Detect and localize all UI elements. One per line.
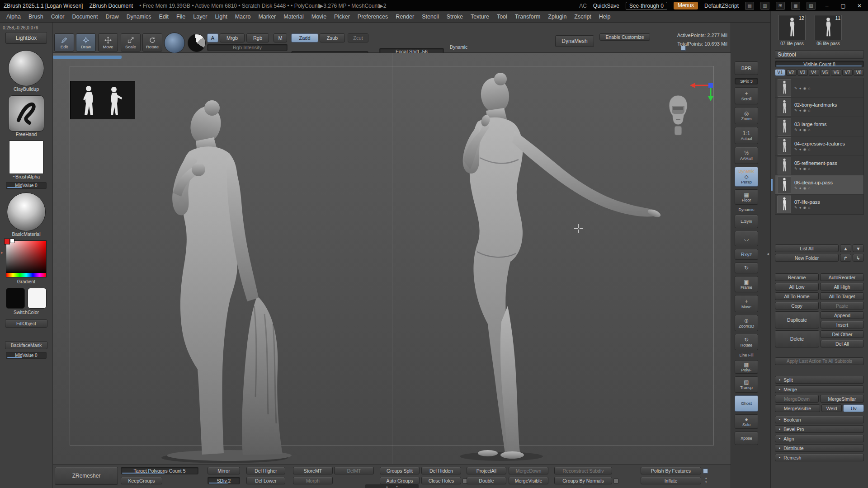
delmt-button[interactable]: DelMT [334, 467, 374, 474]
zoom-button[interactable]: ◎ Zoom [735, 107, 758, 124]
transp-button[interactable]: ▨ Transp [735, 376, 758, 393]
menu-item-picker[interactable]: Picker [334, 14, 350, 20]
menu-item-macro[interactable]: Macro [235, 14, 251, 20]
boolean-section[interactable]: • Boolean [775, 416, 864, 423]
subtool-row-icons[interactable]: ✎●◉⌂ [794, 86, 812, 90]
tray-icon[interactable]: ▦ [791, 2, 800, 10]
enable-customize-button[interactable]: Enable Customize [599, 33, 650, 41]
local-symmetry-button[interactable]: L.Sym [735, 215, 758, 228]
reconstruct-subdiv-button[interactable]: Reconstruct Subdiv [554, 467, 612, 474]
menu-item-preferences[interactable]: Preferences [358, 14, 388, 20]
current-stroke[interactable]: FreeHand [8, 95, 44, 137]
layout-icon[interactable]: ▤ [745, 2, 754, 10]
minimize-button[interactable]: – [822, 3, 832, 9]
menu-item-stencil[interactable]: Stencil [422, 14, 439, 20]
remesh-section[interactable]: • Remesh [775, 454, 864, 461]
split-section[interactable]: • Split [775, 376, 864, 384]
grid-icon[interactable]: ⊞ [776, 2, 785, 10]
mirror-button[interactable]: Mirror [208, 467, 240, 474]
subtool-row[interactable]: 02-bony-landmarks ✎●◉⌂ [775, 98, 863, 117]
view-tab-v6[interactable]: V6 [831, 69, 841, 76]
mergevisible-button[interactable]: MergeVisible [775, 404, 820, 412]
m-button[interactable]: M [274, 33, 287, 42]
zsub-button[interactable]: Zsub [320, 33, 345, 42]
menu-item-transform[interactable]: Transform [515, 14, 541, 20]
rxyz-button[interactable]: Rxyz [735, 249, 758, 260]
edit-mode-button[interactable]: Edit [54, 33, 74, 52]
distribute-section[interactable]: • Distribute [775, 444, 864, 452]
subtool-row[interactable]: 04-expressive-features ✎●◉⌂ [775, 136, 863, 156]
groups-by-normals-button[interactable]: Groups By Normals [554, 477, 612, 484]
mergedown-bottom-button[interactable]: MergeDown [509, 467, 548, 474]
material-preview-sphere[interactable] [188, 34, 206, 52]
recent-tool-2[interactable]: 11 06-life-pass [815, 15, 842, 46]
draw-mode-button[interactable]: Draw [76, 33, 96, 52]
persp-button[interactable]: Dynamic ◇ Persp [735, 167, 758, 187]
material-thumbnail[interactable] [7, 192, 46, 231]
append-button[interactable]: Append [821, 311, 864, 319]
inflate-button[interactable]: Inflate [641, 477, 701, 484]
solo-button[interactable]: ● Solo [735, 414, 758, 429]
zadd-button[interactable]: Zadd [291, 33, 318, 42]
zcut-button[interactable]: Zcut [348, 33, 368, 42]
subtool-down-button[interactable]: ▼ [853, 244, 864, 252]
subtool-row[interactable]: 07-life-pass ✎●◉⌂ [775, 195, 863, 214]
view-tab-v8[interactable]: V8 [854, 69, 864, 76]
primary-color-swatch[interactable] [4, 239, 10, 244]
move-3d-button[interactable]: + Move [735, 295, 758, 312]
window-icon[interactable]: ▧ [807, 2, 816, 10]
del-hidden-button[interactable]: Del Hidden [421, 467, 461, 474]
menus-toggle[interactable]: Menus [674, 2, 698, 9]
menu-item-alpha[interactable]: Alpha [6, 14, 21, 20]
rename-button[interactable]: Rename [775, 273, 819, 281]
keepgroups-button[interactable]: KeepGroups [121, 477, 162, 484]
floor-dynamic-label[interactable]: Dynamic [735, 207, 758, 212]
mergevisible-bottom-button[interactable]: MergeVisible [509, 477, 548, 484]
current-alpha[interactable]: ~BrushAlpha [9, 141, 43, 179]
groups-split-button[interactable]: Groups Split [380, 467, 420, 474]
all-to-home-button[interactable]: All To Home [775, 292, 819, 300]
lightbox-button[interactable]: LightBox [5, 32, 47, 44]
view-tab-v5[interactable]: V5 [820, 69, 830, 76]
del-all-button[interactable]: Del All [821, 340, 864, 347]
all-to-target-button[interactable]: All To Target [820, 292, 864, 300]
camview-head[interactable] [667, 94, 689, 137]
quicksave-button[interactable]: QuickSave [593, 3, 619, 9]
midvalue-slider[interactable]: MidValue 0 [6, 182, 47, 189]
move-mode-button[interactable]: Move [98, 33, 118, 52]
menu-item-movie[interactable]: Movie [311, 14, 326, 20]
menu-item-color[interactable]: Color [51, 14, 65, 20]
channel-a-button[interactable]: A [207, 33, 218, 42]
ghost-button[interactable]: Ghost [735, 395, 758, 412]
del-other-button[interactable]: Del Other [821, 330, 864, 338]
subtool-row-icons[interactable]: ✎●◉⌂ [794, 128, 827, 132]
stroke-thumbnail[interactable] [8, 95, 44, 131]
visible-count-slider[interactable]: Visible Count 8 [775, 61, 864, 67]
merge-section[interactable]: • Merge [775, 385, 864, 393]
menu-item-stroke[interactable]: Stroke [447, 14, 463, 20]
alpha-thumbnail[interactable] [9, 141, 43, 174]
storemt-button[interactable]: StoreMT [293, 467, 333, 474]
color-picker[interactable] [6, 240, 47, 277]
subtool-row[interactable]: ✎●◉⌂ [775, 78, 863, 98]
close-button[interactable]: ✕ [854, 3, 864, 9]
aahalf-button[interactable]: ½ AAHalf [735, 147, 758, 164]
menu-item-brush[interactable]: Brush [28, 14, 43, 20]
insert-button[interactable]: Insert [821, 321, 864, 328]
subtool-row-selected[interactable]: 06-clean-up-pass ✎●◉⌂ [775, 175, 863, 195]
menu-item-dynamics[interactable]: Dynamics [127, 14, 151, 20]
recent-tool-1[interactable]: 12 07-life-pass [778, 15, 806, 46]
zremesher-button[interactable]: ZRemesher [55, 467, 118, 485]
alt-color-swatch[interactable] [28, 288, 47, 309]
bevel-pro-section[interactable]: • Bevel Pro [775, 425, 864, 433]
target-polygons-slider[interactable]: Target Polygons Count 5 [121, 467, 198, 474]
shelf-expand-up-icon[interactable]: ▴ [705, 476, 707, 480]
menu-item-layer[interactable]: Layer [193, 14, 207, 20]
panels-icon[interactable]: ▥ [760, 2, 769, 10]
maximize-button[interactable]: ▢ [838, 3, 848, 9]
view-tab-v3[interactable]: V3 [797, 69, 808, 76]
subtool-section-header[interactable]: Subtool [775, 50, 864, 59]
subtool-row-icons[interactable]: ✎●◉⌂ [794, 167, 837, 171]
projectall-button[interactable]: ProjectAll [467, 467, 506, 474]
mergesimilar-button[interactable]: MergeSimilar [820, 395, 864, 403]
